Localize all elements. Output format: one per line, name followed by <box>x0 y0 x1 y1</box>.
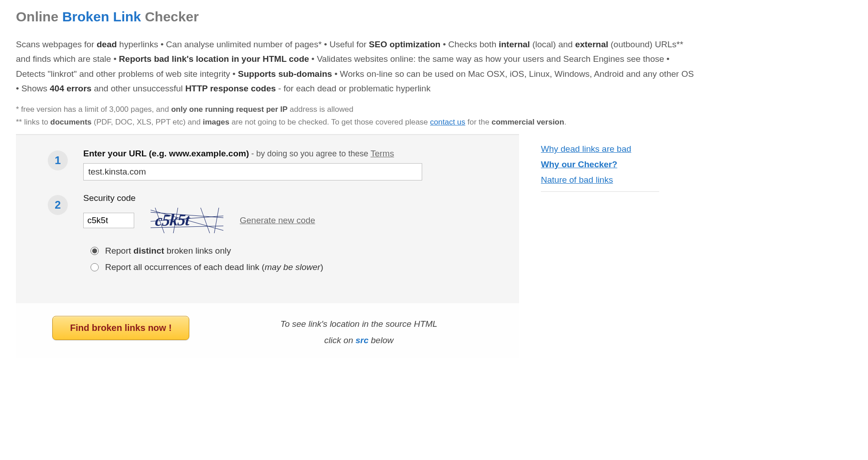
form-area: 1 Enter your URL (e.g. www.example.com) … <box>16 134 519 358</box>
security-code-input[interactable] <box>83 213 134 228</box>
step-1-label: Enter your URL (e.g. www.example.com) - … <box>83 149 503 159</box>
radio-distinct-input[interactable] <box>91 247 99 255</box>
sidebar-link-1[interactable]: Why our Checker? <box>541 160 659 170</box>
sidebar-divider <box>541 191 659 192</box>
radio-all-occurrences-input[interactable] <box>91 263 99 271</box>
sidebar: Why dead links are badWhy our Checker?Na… <box>541 134 659 192</box>
step-number-1: 1 <box>48 150 68 170</box>
footnote-2: ** links to documents (PDF, DOC, XLS, PP… <box>16 118 852 127</box>
radio-distinct[interactable]: Report distinct broken links only <box>91 246 503 256</box>
sidebar-links: Why dead links are badWhy our Checker?Na… <box>541 144 659 185</box>
intro-text: Scans webpages for dead hyperlinks • Can… <box>16 37 698 96</box>
sidebar-link-2[interactable]: Nature of bad links <box>541 175 659 185</box>
find-broken-links-button[interactable]: Find broken links now ! <box>52 316 189 340</box>
step-2: 2 Security code c5k5t Generate new code <box>48 193 503 279</box>
url-input[interactable] <box>83 163 422 180</box>
step-2-label: Security code <box>83 193 503 203</box>
captcha-image: c5k5t <box>151 208 223 233</box>
step-1: 1 Enter your URL (e.g. www.example.com) … <box>48 149 503 180</box>
report-mode-radios: Report distinct broken links only Report… <box>91 246 503 272</box>
contact-us-link[interactable]: contact us <box>430 118 465 126</box>
radio-all-occurrences[interactable]: Report all occurrences of each dead link… <box>91 262 503 272</box>
generate-new-code-link[interactable]: Generate new code <box>240 215 315 225</box>
step-number-2: 2 <box>48 195 68 215</box>
terms-link[interactable]: Terms <box>370 149 394 158</box>
footnote-1: * free version has a limit of 3,000 page… <box>16 105 852 114</box>
page-title: Online Broken Link Checker <box>16 9 852 25</box>
sidebar-link-0[interactable]: Why dead links are bad <box>541 144 659 154</box>
hint-text: To see link's location in the source HTM… <box>280 316 437 349</box>
